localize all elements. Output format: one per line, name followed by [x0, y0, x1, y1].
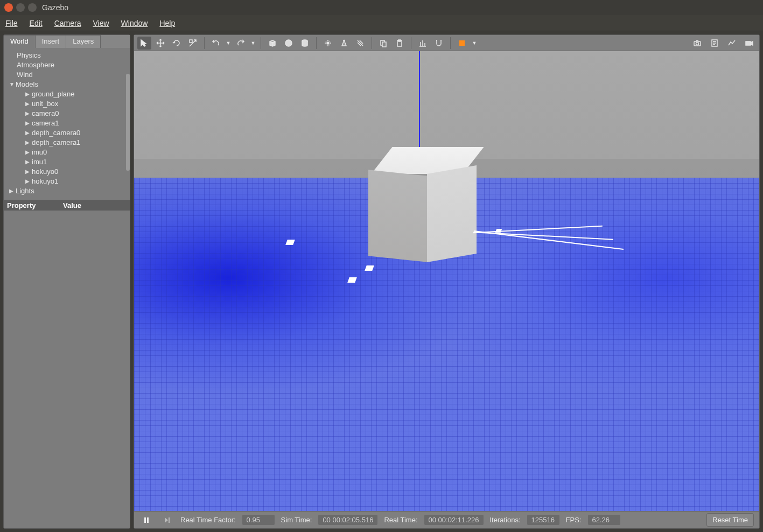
titlebar: Gazebo	[0, 0, 763, 15]
insert-cylinder[interactable]	[298, 37, 312, 50]
tree-model-hokuyo1[interactable]: ▶hokuyo1	[7, 176, 127, 186]
chevron-right-icon: ▶	[25, 120, 32, 126]
selection-highlight[interactable]	[455, 37, 469, 50]
cylinder-icon	[300, 39, 309, 47]
rotate-tool[interactable]	[170, 37, 184, 50]
menu-edit[interactable]: Edit	[30, 19, 43, 27]
tree-model-unit-box[interactable]: ▶unit_box	[7, 99, 127, 108]
fps-value: 62.26	[588, 515, 620, 525]
insert-box[interactable]	[265, 37, 279, 50]
chevron-down-icon: ▼	[9, 81, 16, 87]
window-minimize-button[interactable]	[16, 3, 25, 12]
spot-light[interactable]	[337, 37, 351, 50]
move-icon	[156, 39, 165, 47]
insert-sphere[interactable]	[282, 37, 296, 50]
window-maximize-button[interactable]	[28, 3, 37, 12]
tree-model-camera1[interactable]: ▶camera1	[7, 118, 127, 128]
tab-world[interactable]: World	[4, 35, 36, 48]
svg-rect-6	[398, 40, 401, 41]
chevron-right-icon: ▶	[25, 139, 32, 145]
svg-rect-12	[144, 517, 146, 523]
tree-model-ground-plane[interactable]: ▶ground_plane	[7, 89, 127, 99]
menubar: File Edit Camera View Window Help	[0, 15, 763, 31]
world-tree: Physics Atmosphere Wind ▼Models ▶ground_…	[4, 48, 130, 200]
tab-insert[interactable]: Insert	[36, 35, 67, 48]
tree-model-camera0[interactable]: ▶camera0	[7, 108, 127, 118]
copy-button[interactable]	[376, 37, 390, 50]
point-light-icon	[324, 39, 332, 47]
paste-button[interactable]	[393, 37, 407, 50]
menu-help[interactable]: Help	[159, 19, 175, 27]
rotate-icon	[172, 39, 181, 47]
redo-button[interactable]	[234, 37, 248, 50]
step-button[interactable]	[160, 514, 174, 527]
chevron-right-icon: ▶	[9, 188, 16, 194]
chevron-right-icon: ▶	[25, 178, 32, 184]
chevron-right-icon: ▶	[25, 91, 32, 97]
window-title: Gazebo	[42, 3, 68, 12]
real-time-label: Real Time:	[384, 516, 417, 524]
pause-icon	[142, 516, 151, 524]
select-tool[interactable]	[137, 37, 151, 50]
main-panel: ▼ ▼ ▼	[134, 34, 760, 529]
tree-models[interactable]: ▼Models	[7, 79, 127, 89]
cursor-icon	[140, 39, 149, 47]
directional-light-icon	[356, 39, 365, 47]
selection-menu[interactable]: ▼	[471, 37, 478, 50]
selection-icon	[458, 39, 466, 47]
tab-layers[interactable]: Layers	[66, 35, 101, 48]
tree-model-hokuyo0[interactable]: ▶hokuyo0	[7, 166, 127, 176]
menu-window[interactable]: Window	[121, 19, 148, 27]
svg-rect-14	[169, 517, 170, 523]
tree-model-depth-camera1[interactable]: ▶depth_camera1	[7, 137, 127, 147]
real-time-value: 00 00:02:11.226	[424, 515, 484, 525]
chevron-down-icon: ▼	[472, 40, 477, 46]
window-close-button[interactable]	[4, 3, 13, 12]
step-icon	[163, 516, 171, 524]
menu-file[interactable]: File	[5, 19, 18, 27]
reset-time-button[interactable]: Reset Time	[706, 513, 754, 527]
tree-scrollbar[interactable]	[126, 74, 130, 171]
record-button[interactable]	[742, 37, 756, 50]
sphere-icon	[284, 39, 293, 47]
camera-icon	[693, 39, 702, 47]
tree-model-depth-camera0[interactable]: ▶depth_camera0	[7, 128, 127, 137]
point-light[interactable]	[321, 37, 335, 50]
model-unit-box[interactable]	[368, 147, 481, 260]
svg-rect-13	[147, 517, 149, 523]
redo-menu[interactable]: ▼	[250, 37, 256, 50]
sim-time-label: Sim Time:	[281, 516, 312, 524]
svg-rect-7	[459, 40, 465, 46]
chevron-right-icon: ▶	[25, 130, 32, 136]
menu-camera[interactable]: Camera	[54, 19, 81, 27]
undo-menu[interactable]: ▼	[225, 37, 232, 50]
directional-light[interactable]	[353, 37, 367, 50]
align-button[interactable]	[416, 37, 430, 50]
tree-model-imu1[interactable]: ▶imu1	[7, 157, 127, 166]
tree-physics[interactable]: Physics	[7, 50, 127, 60]
viewport-3d[interactable]	[134, 51, 759, 511]
rtf-label: Real Time Factor:	[180, 516, 236, 524]
svg-point-2	[327, 42, 329, 44]
chevron-right-icon: ▶	[25, 159, 32, 165]
scale-tool[interactable]	[186, 37, 200, 50]
tree-wind[interactable]: Wind	[7, 69, 127, 79]
tree-model-imu0[interactable]: ▶imu0	[7, 147, 127, 157]
snap-icon	[435, 39, 443, 47]
tree-lights[interactable]: ▶Lights	[7, 186, 127, 195]
undo-icon	[212, 39, 220, 47]
scale-icon	[188, 39, 197, 47]
tree-atmosphere[interactable]: Atmosphere	[7, 60, 127, 69]
value-col: Value	[60, 201, 85, 209]
pause-button[interactable]	[139, 514, 153, 527]
menu-view[interactable]: View	[93, 19, 109, 27]
plot-button[interactable]	[725, 37, 739, 50]
box-icon	[268, 39, 277, 47]
undo-button[interactable]	[209, 37, 223, 50]
snap-button[interactable]	[432, 37, 446, 50]
sidebar-tabs: World Insert Layers	[4, 35, 130, 48]
translate-tool[interactable]	[153, 37, 167, 50]
logging-button[interactable]	[708, 37, 722, 50]
screenshot-button[interactable]	[690, 37, 704, 50]
svg-rect-4	[382, 42, 386, 47]
